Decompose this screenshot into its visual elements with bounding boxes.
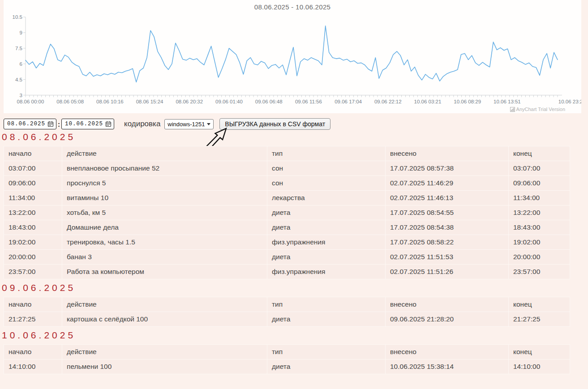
x-axis-tick-label: 08.06 10:16 xyxy=(96,99,124,104)
table-cell: 09:06:00 xyxy=(4,176,62,191)
table-cell: 14:10:00 xyxy=(509,359,570,374)
day-table: началодействиетипвнесеноконец03:07:00вне… xyxy=(4,146,570,279)
table-cell: 11:34:00 xyxy=(4,191,62,205)
table-cell: 17.07.2025 08:58:22 xyxy=(386,235,509,250)
column-header: начало xyxy=(4,345,62,359)
table-cell: 17.07.2025 08:54:55 xyxy=(386,205,509,220)
table-cell: 21:27:25 xyxy=(509,312,570,327)
table-cell: 13:22:00 xyxy=(509,205,570,220)
calendar-icon[interactable] xyxy=(105,121,112,127)
table-row: 19:02:00тренировка, часы 1.5физ.упражнен… xyxy=(4,235,570,250)
table-cell: физ.упражнения xyxy=(267,265,386,279)
table-row: 23:57:00Работа за компьютеромфиз.упражне… xyxy=(4,265,570,279)
table-cell: 20:00:00 xyxy=(509,250,570,265)
table-row: 18:43:00Домашние деладиета17.07.2025 08:… xyxy=(4,220,570,235)
table-cell: пельмени 100 xyxy=(62,359,267,374)
table-cell: 03:07:00 xyxy=(4,161,62,176)
x-axis-tick-label: 10.06 03:21 xyxy=(414,99,442,104)
table-cell: проснулся 5 xyxy=(62,176,267,191)
table-row: 11:34:00витамины 10лекарства02.07.2025 1… xyxy=(4,191,570,205)
table-cell: витамины 10 xyxy=(62,191,267,205)
table-cell: 18:43:00 xyxy=(509,220,570,235)
y-axis-tick-label: 7.5 xyxy=(4,46,22,51)
chart-panel: 08.06.2025 - 10.06.2025 10.597.564.5308.… xyxy=(4,0,581,113)
table-cell: физ.упражнения xyxy=(267,235,386,250)
table-cell: 10.06.2025 15:38:14 xyxy=(386,359,509,374)
table-cell: 02.07.2025 11:46:29 xyxy=(386,176,509,191)
column-header: тип xyxy=(267,345,386,359)
column-header: начало xyxy=(4,297,62,312)
table-cell: 14:10:00 xyxy=(4,359,62,374)
table-cell: 02.07.2025 11:51:53 xyxy=(386,250,509,265)
y-axis-tick-label: 10.5 xyxy=(4,14,22,20)
x-axis-tick-label: 09.06 17:04 xyxy=(335,99,362,104)
column-header: конец xyxy=(509,297,570,312)
y-axis-tick-label: 9 xyxy=(4,30,22,35)
table-header-row: началодействиетипвнесеноконец xyxy=(4,345,570,359)
table-cell: 02.07.2025 11:51:26 xyxy=(386,265,509,279)
y-axis-tick-label: 4.5 xyxy=(4,77,22,82)
table-cell: 18:43:00 xyxy=(4,220,62,235)
table-cell: 13:22:00 xyxy=(4,205,62,220)
table-cell: 21:27:25 xyxy=(4,312,62,327)
column-header: тип xyxy=(267,146,386,161)
table-row: 20:00:00банан 3диета02.07.2025 11:51:532… xyxy=(4,250,570,265)
table-cell: 03:07:00 xyxy=(509,161,570,176)
table-cell: хотьба, км 5 xyxy=(62,205,267,220)
export-controls: 08.06.2025 : 10.06.2025 кодировка xyxy=(4,117,330,131)
encoding-selected-value: windows-1251 xyxy=(167,121,205,128)
day-table: началодействиетипвнесеноконец21:27:25кар… xyxy=(4,297,570,327)
column-header: конец xyxy=(509,345,570,359)
table-cell: Работа за компьютером xyxy=(62,265,267,279)
table-cell: диета xyxy=(267,220,386,235)
table-cell: 17.07.2025 08:57:38 xyxy=(386,161,509,176)
table-cell: лекарства xyxy=(267,191,386,205)
table-cell: тренировка, часы 1.5 xyxy=(62,235,267,250)
day-table: началодействиетипвнесеноконец14:10:00пел… xyxy=(4,344,570,374)
table-cell: 19:02:00 xyxy=(509,235,570,250)
column-header: действие xyxy=(62,297,267,312)
table-row: 09:06:00проснулся 5сон02.07.2025 11:46:2… xyxy=(4,176,570,191)
watermark-text: AnyChart Trial Version xyxy=(516,107,565,112)
table-cell: 19:02:00 xyxy=(4,235,62,250)
chevron-down-icon xyxy=(207,123,210,125)
table-header-row: началодействиетипвнесеноконец xyxy=(4,297,570,312)
table-row: 21:27:25картошка с селёдкой 100диета09.0… xyxy=(4,312,570,327)
calendar-icon[interactable] xyxy=(47,121,54,127)
daily-tables: 08.06.2025началодействиетипвнесеноконец0… xyxy=(4,132,570,374)
table-row: 03:07:00внеплановое просыпание 52сон17.0… xyxy=(4,161,570,176)
column-header: начало xyxy=(4,146,62,161)
table-cell: диета xyxy=(267,205,386,220)
table-cell: банан 3 xyxy=(62,250,267,265)
date-to-input[interactable]: 10.06.2025 xyxy=(61,119,114,129)
table-cell: картошка с селёдкой 100 xyxy=(62,312,267,327)
column-header: действие xyxy=(62,345,267,359)
section-heading: 09.06.2025 xyxy=(2,282,570,293)
y-axis-tick-label: 3 xyxy=(4,93,22,98)
table-cell: сон xyxy=(267,176,386,191)
column-header: действие xyxy=(62,146,267,161)
table-header-row: началодействиетипвнесеноконец xyxy=(4,146,570,161)
x-axis-tick-label: 10.06 08:29 xyxy=(454,99,481,104)
x-axis-tick-label: 08.06 15:24 xyxy=(136,99,163,104)
anychart-watermark: AnyChart Trial Version xyxy=(510,107,565,112)
date-range-separator: : xyxy=(58,120,60,128)
table-cell: диета xyxy=(267,312,386,327)
table-cell: 09.06.2025 21:28:20 xyxy=(386,312,509,327)
section-heading: 08.06.2025 xyxy=(2,132,570,142)
encoding-label: кодировка xyxy=(124,120,160,128)
x-axis-tick-label: 08.06 05:08 xyxy=(56,99,84,104)
csv-export-button[interactable]: ВЫГРУЗКА данных в CSV формат xyxy=(219,118,330,130)
column-header: внесено xyxy=(386,297,509,312)
x-axis-tick-label: 09.06 11:56 xyxy=(295,99,322,104)
bar-chart-icon xyxy=(510,107,515,112)
table-cell: 20:00:00 xyxy=(4,250,62,265)
table-row: 14:10:00пельмени 100диета10.06.2025 15:3… xyxy=(4,359,570,374)
date-from-input[interactable]: 08.06.2025 xyxy=(4,119,56,129)
x-axis-tick-label: 10.06 23:2 xyxy=(558,99,581,104)
y-axis-tick-label: 6 xyxy=(4,61,22,67)
date-to-value: 10.06.2025 xyxy=(65,121,103,127)
x-axis-tick-label: 09.06 01:40 xyxy=(215,99,243,104)
x-axis-tick-label: 09.06 06:48 xyxy=(255,99,283,104)
table-cell: Домашние дела xyxy=(62,220,267,235)
